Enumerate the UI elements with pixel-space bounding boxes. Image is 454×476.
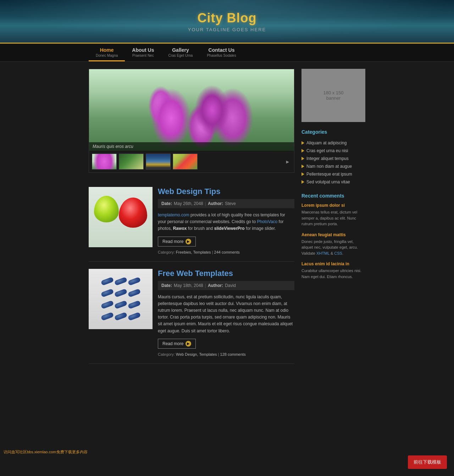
pill-12 xyxy=(127,312,141,321)
nav-item-contact[interactable]: Contact Us Phasellus Sodales xyxy=(200,44,243,61)
category-4-label: Nam non diam at augue xyxy=(306,164,352,169)
post-2-categories[interactable]: Web Design, Templates xyxy=(176,352,217,356)
site-header: City Blog YOUR TAGLINE GOES HERE xyxy=(0,0,454,43)
recent-comments-title: Recent comments xyxy=(301,193,365,199)
post-1-author-label: Author: xyxy=(208,201,223,206)
pill-4 xyxy=(100,288,114,297)
pill-11 xyxy=(114,312,127,321)
category-6[interactable]: Sed volutpat urna vitae xyxy=(301,178,365,186)
apple-green-icon xyxy=(94,196,119,222)
slideshow-thumb-1[interactable] xyxy=(92,154,117,170)
post-2-content: Free Web Templates Date: May 18th, 2048 … xyxy=(158,269,294,356)
category-1-label: Aliquam at adipiscing xyxy=(306,140,347,145)
post-2-title: Free Web Templates xyxy=(158,269,294,278)
pill-8 xyxy=(114,300,127,309)
sidebar-banner: 180 x 150banner xyxy=(301,69,365,122)
post-1-thumbnail xyxy=(89,187,153,247)
slideshow-thumb-3[interactable] xyxy=(146,154,171,170)
post-2-body: Mauris cursus, est at pretium sollicitud… xyxy=(158,294,294,334)
nav-item-about[interactable]: About Us Praesent Nec xyxy=(125,44,161,61)
css-link[interactable]: CSS xyxy=(334,251,342,255)
slideshow-next-arrow[interactable]: ► xyxy=(284,158,291,165)
post-2: Free Web Templates Date: May 18th, 2048 … xyxy=(89,262,294,364)
post-1-categories[interactable]: Freebies, Templates xyxy=(176,250,211,254)
templatemo-link[interactable]: templatemo.com xyxy=(158,212,189,217)
main-wrapper: Mauris quis eros arcu ► Web Design Tips … xyxy=(89,62,365,371)
comment-1-text: Maecenas tellus erat, dictum vel semper … xyxy=(301,209,365,227)
category-arrow-icon xyxy=(301,141,304,145)
pill-5 xyxy=(114,288,127,297)
meta-separator-1: | xyxy=(205,201,206,206)
category-6-label: Sed volutpat urna vitae xyxy=(306,179,350,184)
pill-10 xyxy=(100,312,114,321)
sidebar: 180 x 150banner Categories Aliquam at ad… xyxy=(301,69,365,364)
post-2-category-label: Category: xyxy=(158,352,175,356)
banner-text: 180 x 150banner xyxy=(323,90,343,101)
read-more-arrow-icon: ▶ xyxy=(186,239,191,244)
post-2-meta: Date: May 18th, 2048 | Author: David xyxy=(158,281,294,290)
post-2-thumbnail xyxy=(89,269,153,329)
pill-9 xyxy=(127,300,141,309)
slideshow: Mauris quis eros arcu ► xyxy=(89,69,294,173)
pill-3 xyxy=(127,277,141,286)
post-1-read-more[interactable]: Read more ▶ xyxy=(158,237,196,247)
category-5[interactable]: Pellentesque erat ipsum xyxy=(301,170,365,178)
comment-3: Lacus enim id lacinia in Curabitur ullam… xyxy=(301,261,365,279)
slideshow-thumb-4[interactable] xyxy=(173,154,198,170)
category-4[interactable]: Nam non diam at augue xyxy=(301,162,365,170)
comment-2: Aenean feugiat mattis Donec pede justo, … xyxy=(301,232,365,256)
post-2-read-more[interactable]: Read more ▶ xyxy=(158,339,196,349)
site-tagline: YOUR TAGLINE GOES HERE xyxy=(188,27,266,32)
comment-3-title: Lacus enim id lacinia in xyxy=(301,261,365,266)
category-2[interactable]: Cras eget urna eu nisi xyxy=(301,147,365,155)
main-nav: Home Donec Magna About Us Praesent Nec G… xyxy=(89,44,365,61)
category-arrow-icon xyxy=(301,165,304,168)
category-3[interactable]: Integer aliquet tempus xyxy=(301,155,365,162)
category-arrow-icon xyxy=(301,157,304,160)
post-2-author: David xyxy=(225,283,236,288)
category-arrow-icon xyxy=(301,172,304,176)
pill-6 xyxy=(127,288,141,297)
comment-1-title: Lorem ipsum dolor si xyxy=(301,203,365,208)
post-2-date: May 18th, 2048 xyxy=(174,283,203,288)
post-1-footer: Category: Freebies, Templates | 244 comm… xyxy=(158,250,294,254)
post-1-read-more-label: Read more xyxy=(162,239,183,244)
category-arrow-icon xyxy=(301,149,304,153)
pill-2 xyxy=(114,277,127,286)
xhtml-link[interactable]: XHTML xyxy=(316,251,330,255)
rawox-link[interactable]: Rawox xyxy=(173,226,187,231)
slideshow-image xyxy=(89,69,294,151)
pill-7 xyxy=(100,300,114,309)
post-1-comments[interactable]: 244 comments xyxy=(214,250,240,254)
slideshow-thumb-2[interactable] xyxy=(119,154,144,170)
photovaco-link[interactable]: PhotoVaco xyxy=(257,219,277,224)
category-arrow-icon xyxy=(301,180,304,184)
content-area: Mauris quis eros arcu ► Web Design Tips … xyxy=(89,69,294,364)
post-2-comments[interactable]: 128 comments xyxy=(220,352,246,356)
meta-separator-2: | xyxy=(205,283,206,288)
nav-item-gallery[interactable]: Gallery Cras Eget Urna xyxy=(161,44,200,61)
pill-1 xyxy=(100,277,114,286)
post-1-category-label: Category: xyxy=(158,250,175,254)
site-title: City Blog xyxy=(198,11,257,26)
recent-comments: Recent comments Lorem ipsum dolor si Mae… xyxy=(301,193,365,279)
apple-red-icon xyxy=(119,198,147,228)
comment-1: Lorem ipsum dolor si Maecenas tellus era… xyxy=(301,203,365,227)
comment-3-text: Curabitur ullamcorper ultricies nisi. Na… xyxy=(301,268,365,279)
category-1[interactable]: Aliquam at adipiscing xyxy=(301,139,365,147)
comment-2-title: Aenean feugiat mattis xyxy=(301,232,365,237)
comment-2-text: Donec pede justo, fringilla vel, aliquet… xyxy=(301,239,365,256)
post-2-footer: Category: Web Design, Templates | 128 co… xyxy=(158,352,294,356)
slideshow-main: Mauris quis eros arcu xyxy=(89,69,294,151)
category-2-label: Cras eget urna eu nisi xyxy=(306,148,348,153)
post-1-date-label: Date: xyxy=(161,201,172,206)
post-1-author: Steve xyxy=(225,201,236,206)
category-5-label: Pellentesque erat ipsum xyxy=(306,172,352,177)
slideviewer-link[interactable]: slideViewerPro xyxy=(214,226,245,231)
nav-item-home[interactable]: Home Donec Magna xyxy=(89,44,125,61)
post-1-date: May 26th, 2048 xyxy=(174,201,203,206)
post-1-content: Web Design Tips Date: May 26th, 2048 | A… xyxy=(158,187,294,254)
sidebar-categories: Categories Aliquam at adipiscing Cras eg… xyxy=(301,129,365,186)
post-1-title: Web Design Tips xyxy=(158,187,294,196)
read-more-arrow-icon-2: ▶ xyxy=(186,341,191,347)
